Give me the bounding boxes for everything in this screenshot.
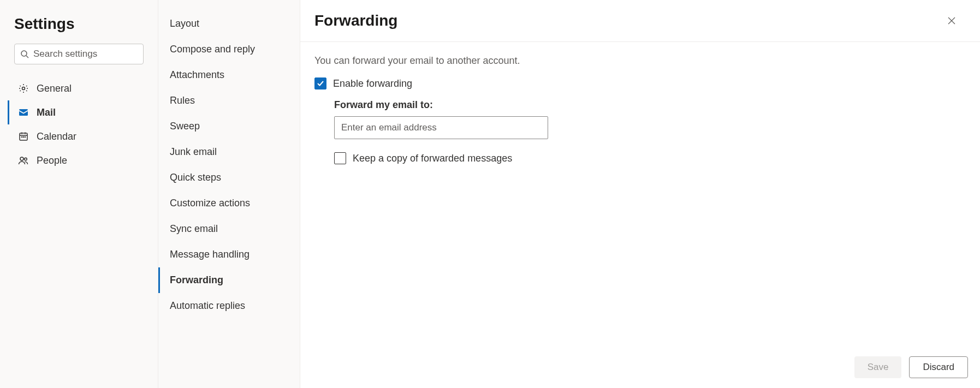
enable-forwarding-checkbox[interactable] (314, 77, 326, 89)
subnav-item-compose-and-reply[interactable]: Compose and reply (158, 37, 300, 62)
pane-body: You can forward your email to another ac… (300, 42, 980, 388)
discard-button[interactable]: Discard (909, 356, 968, 378)
subnav-label: Layout (170, 18, 199, 29)
svg-point-0 (21, 51, 27, 56)
subnav-label: Junk email (170, 146, 217, 158)
svg-point-9 (25, 136, 25, 137)
sidebar-category-label: General (37, 83, 72, 94)
subnav-label: Message handling (170, 249, 250, 260)
sidebar-category-label: Calendar (37, 131, 76, 142)
svg-point-7 (21, 136, 22, 137)
search-settings-input[interactable] (33, 49, 138, 59)
keep-copy-row: Keep a copy of forwarded messages (334, 152, 966, 164)
settings-subnav: Layout Compose and reply Attachments Rul… (158, 0, 300, 388)
save-button-label: Save (868, 362, 889, 373)
subnav-label: Automatic replies (170, 300, 245, 312)
sidebar-category-people[interactable]: People (8, 148, 150, 172)
pane-title: Forwarding (314, 12, 397, 29)
calendar-icon (18, 131, 29, 142)
subnav-item-layout[interactable]: Layout (158, 11, 300, 37)
people-icon (18, 155, 29, 166)
svg-point-10 (20, 157, 23, 160)
subnav-label: Sweep (170, 121, 200, 132)
settings-detail-pane: Forwarding You can forward your email to… (300, 0, 980, 388)
gear-icon (18, 83, 29, 94)
svg-point-8 (23, 136, 23, 137)
subnav-item-message-handling[interactable]: Message handling (158, 242, 300, 267)
subnav-item-rules[interactable]: Rules (158, 88, 300, 114)
sidebar-category-label: Mail (37, 107, 56, 118)
subnav-label: Attachments (170, 69, 224, 81)
forwarding-description: You can forward your email to another ac… (314, 55, 966, 67)
mail-icon (18, 107, 29, 118)
svg-line-1 (26, 56, 28, 58)
sidebar-category-label: People (37, 155, 67, 166)
save-button[interactable]: Save (854, 356, 902, 378)
subnav-item-sync-email[interactable]: Sync email (158, 216, 300, 242)
subnav-item-quick-steps[interactable]: Quick steps (158, 165, 300, 190)
keep-copy-label: Keep a copy of forwarded messages (353, 153, 512, 164)
keep-copy-checkbox[interactable] (334, 152, 346, 164)
subnav-label: Customize actions (170, 198, 250, 209)
enable-forwarding-row: Enable forwarding (314, 77, 966, 89)
forward-to-input[interactable] (334, 116, 548, 139)
settings-sidebar: Settings General Mail Calendar (0, 0, 158, 388)
subnav-item-forwarding[interactable]: Forwarding (158, 267, 300, 293)
search-icon (20, 50, 29, 58)
sidebar-category-general[interactable]: General (8, 76, 150, 100)
subnav-label: Rules (170, 95, 195, 106)
subnav-item-junk-email[interactable]: Junk email (158, 139, 300, 165)
close-icon (947, 16, 956, 25)
settings-title: Settings (8, 10, 150, 44)
forward-to-label: Forward my email to: (334, 99, 966, 111)
svg-point-11 (25, 158, 27, 160)
close-button[interactable] (943, 12, 960, 29)
svg-point-2 (22, 87, 25, 90)
sidebar-category-mail[interactable]: Mail (8, 100, 150, 124)
pane-header: Forwarding (300, 0, 980, 42)
subnav-label: Quick steps (170, 172, 221, 183)
subnav-item-sweep[interactable]: Sweep (158, 114, 300, 139)
subnav-item-customize-actions[interactable]: Customize actions (158, 190, 300, 216)
pane-footer: Save Discard (854, 356, 968, 378)
discard-button-label: Discard (923, 362, 954, 373)
sidebar-category-calendar[interactable]: Calendar (8, 124, 150, 148)
enable-forwarding-label: Enable forwarding (333, 78, 412, 89)
search-settings-field[interactable] (14, 44, 144, 64)
subnav-item-automatic-replies[interactable]: Automatic replies (158, 293, 300, 319)
subnav-label: Compose and reply (170, 44, 255, 55)
subnav-label: Sync email (170, 223, 218, 235)
checkmark-icon (317, 80, 324, 87)
subnav-item-attachments[interactable]: Attachments (158, 62, 300, 88)
subnav-label: Forwarding (170, 274, 223, 286)
